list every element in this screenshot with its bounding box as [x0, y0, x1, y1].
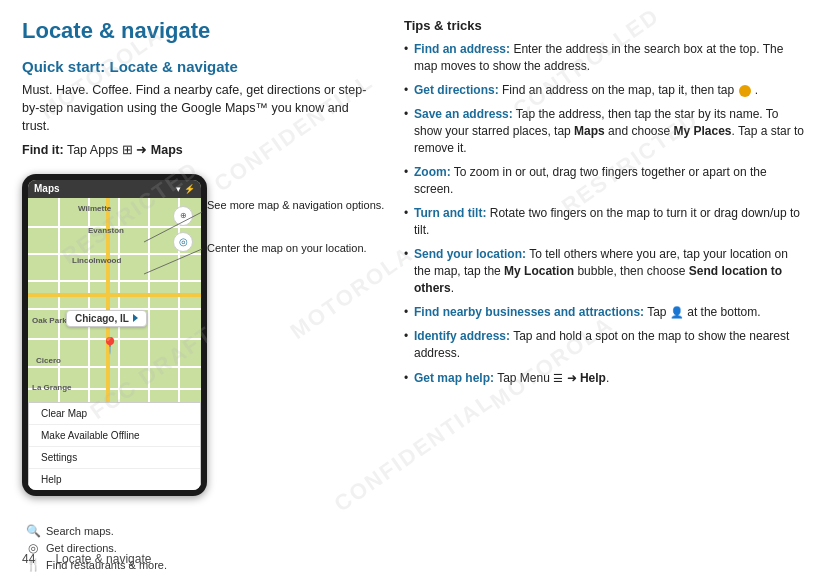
page-number: 44: [22, 552, 35, 566]
find-it-instruction: Tap Apps ⊞ ➜: [67, 143, 151, 157]
map-label-oak-park: Oak Park: [32, 316, 67, 325]
tip-zoom-bold: Zoom:: [414, 165, 451, 179]
tip-map-help: Get map help: Tap Menu ☰ ➜ Help.: [404, 370, 805, 387]
tip-zoom: Zoom: To zoom in or out, drag two finger…: [404, 164, 805, 198]
tip-turn-tilt: Turn and tilt: Rotate two fingers on the…: [404, 205, 805, 239]
street-h2: [28, 253, 201, 255]
map-label-lagrange: La Grange: [32, 383, 72, 392]
callout-center-map: Center the map on your location.: [207, 241, 367, 256]
tip-identify-address: Identify address: Tap and hold a spot on…: [404, 328, 805, 362]
tip-map-help-text: Tap Menu: [497, 371, 553, 385]
tip-find-nearby-end: at the bottom.: [687, 305, 760, 319]
tip-send-location-bold: Send your location:: [414, 247, 526, 261]
tips-title: Tips & tricks: [404, 18, 805, 33]
navigation-icon: [739, 85, 751, 97]
map-status-bar: Maps ▾ ⚡: [28, 180, 201, 198]
major-street-h1: [28, 293, 201, 297]
map-label-evanston: Evanston: [88, 226, 124, 235]
tip-map-help-end: ➜ Help.: [567, 371, 610, 385]
callout-more-map: See more map & navigation options.: [207, 198, 384, 213]
tip-save-address-bold: Save an address:: [414, 107, 513, 121]
tip-save-address: Save an address: Tap the address, then t…: [404, 106, 805, 157]
menu-item-settings[interactable]: Settings: [29, 447, 200, 469]
phone-screen: Maps ▾ ⚡: [28, 180, 201, 490]
chicago-bubble-arrow: [133, 314, 138, 322]
street-v5: [178, 198, 180, 402]
tip-find-address-bold: Find an address:: [414, 42, 510, 56]
right-column: Tips & tricks Find an address: Enter the…: [390, 0, 823, 576]
tip-turn-tilt-bold: Turn and tilt:: [414, 206, 486, 220]
phone-frame: Maps ▾ ⚡: [22, 174, 207, 496]
find-it-label: Find it:: [22, 143, 64, 157]
location-button[interactable]: ◎: [173, 232, 193, 252]
tip-get-directions-bold: Get directions:: [414, 83, 499, 97]
find-it-text: Find it: Tap Apps ⊞ ➜ Maps: [22, 141, 372, 159]
maps-app-title: Maps: [34, 183, 60, 194]
page-title: Locate & navigate: [22, 18, 372, 44]
tip-get-directions-end: .: [755, 83, 758, 97]
menu-list: 🔍 Search maps. ◎ Get directions. 🍴 Find …: [22, 524, 372, 577]
search-menu-icon: 🔍: [26, 524, 40, 538]
tip-find-address: Find an address: Enter the address in th…: [404, 41, 805, 75]
street-v1: [58, 198, 60, 402]
tip-find-nearby-bold: Find nearby businesses and attractions:: [414, 305, 644, 319]
context-menu: Clear Map Make Available Offline Setting…: [28, 402, 201, 490]
page-footer: 44 Locate & navigate: [22, 552, 151, 566]
maps-label: Maps: [151, 143, 183, 157]
chicago-label: Chicago, IL: [75, 313, 129, 324]
intro-text: Must. Have. Coffee. Find a nearby cafe, …: [22, 81, 372, 135]
map-label-lincolnwood: Lincolnwood: [72, 256, 121, 265]
phone-annotation-area: See more map & navigation options. Cente…: [22, 174, 402, 514]
menu-item-clear-map[interactable]: Clear Map: [29, 403, 200, 425]
person-icon: 👤: [670, 305, 684, 321]
menu-list-item-search: 🔍 Search maps.: [26, 524, 372, 538]
tip-zoom-text: To zoom in or out, drag two fingers toge…: [414, 165, 767, 196]
chicago-bubble: Chicago, IL: [66, 310, 147, 327]
left-column: Locate & navigate Quick start: Locate & …: [0, 0, 390, 576]
tip-find-nearby-text: Tap: [647, 305, 670, 319]
street-v4: [148, 198, 150, 402]
page-footer-label: Locate & navigate: [55, 552, 151, 566]
status-icons: ▾ ⚡: [176, 184, 195, 194]
street-h6: [28, 366, 201, 368]
compass-button[interactable]: ⊕: [173, 206, 193, 226]
menu-icon-inline: ☰: [553, 371, 563, 387]
menu-item-offline[interactable]: Make Available Offline: [29, 425, 200, 447]
section-title: Quick start: Locate & navigate: [22, 58, 372, 75]
tip-find-nearby: Find nearby businesses and attractions: …: [404, 304, 805, 321]
map-canvas: Wilmette Evanston Lincolnwood Oak Park C…: [28, 198, 201, 402]
tip-identify-address-bold: Identify address:: [414, 329, 510, 343]
tip-send-location: Send your location: To tell others where…: [404, 246, 805, 297]
street-h3: [28, 280, 201, 282]
tip-get-directions-text: Find an address on the map, tap it, then…: [502, 83, 737, 97]
tip-map-help-bold: Get map help:: [414, 371, 494, 385]
menu-list-search-text: Search maps.: [46, 525, 114, 537]
map-label-wilmette: Wilmette: [78, 204, 111, 213]
tips-list: Find an address: Enter the address in th…: [404, 41, 805, 387]
menu-item-help[interactable]: Help: [29, 469, 200, 490]
map-label-cicero: Cicero: [36, 356, 61, 365]
map-pin: 📍: [100, 336, 120, 355]
tip-get-directions: Get directions: Find an address on the m…: [404, 82, 805, 99]
